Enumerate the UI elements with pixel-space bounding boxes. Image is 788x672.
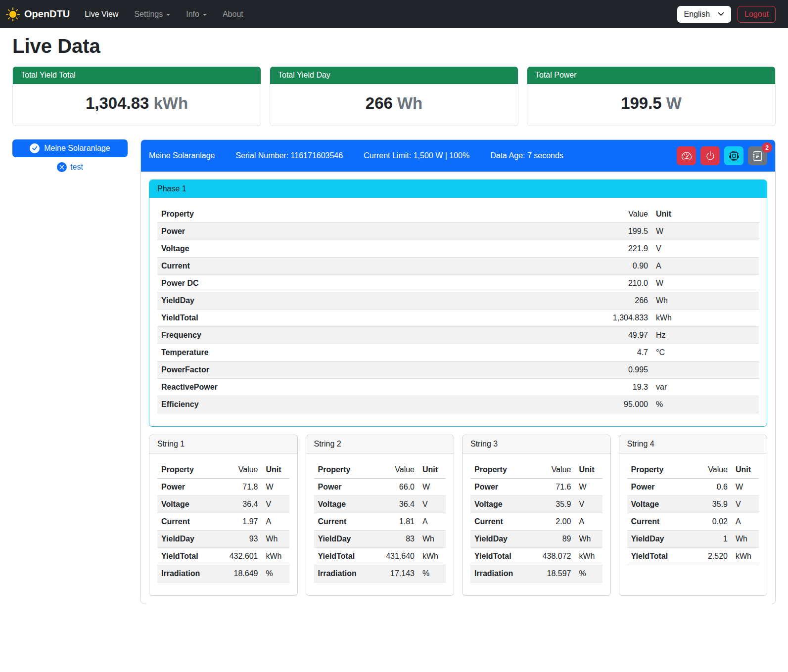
summary-card: Total Yield Total 1,304.83kWh	[12, 66, 261, 126]
property-unit: V	[418, 496, 446, 513]
nav-item[interactable]: Live View	[77, 6, 126, 23]
table-row: Voltage 36.4 V	[157, 496, 289, 513]
property-value: 93	[220, 531, 262, 548]
col-header-unit: Unit	[652, 206, 759, 223]
property-value: 1	[689, 531, 732, 548]
summary-unit: W	[666, 94, 682, 112]
event-log-button[interactable]: 2	[748, 146, 767, 165]
power-button[interactable]	[700, 146, 720, 165]
device-info-button[interactable]	[724, 146, 743, 165]
chevron-down-icon	[203, 14, 207, 16]
journal-text-icon	[753, 151, 762, 161]
col-header-value: Value	[376, 461, 418, 479]
limit-settings-button[interactable]	[677, 146, 696, 165]
property-name: Power	[627, 479, 690, 496]
col-header-unit: Unit	[575, 461, 603, 479]
property-unit: Wh	[652, 292, 759, 310]
property-value: 266	[583, 292, 652, 310]
table-row: ReactivePower 19.3 var	[157, 379, 759, 396]
col-header-value: Value	[689, 461, 732, 479]
property-name: Temperature	[157, 344, 583, 361]
cpu-icon	[729, 151, 739, 161]
property-unit: A	[262, 513, 289, 531]
brand-label: OpenDTU	[24, 8, 70, 20]
inverter-select-button[interactable]: Meine Solaranlage	[12, 139, 128, 157]
property-value: 221.9	[583, 240, 652, 258]
property-value: 95.000	[583, 396, 652, 413]
property-name: YieldTotal	[157, 548, 220, 565]
col-header-property: Property	[157, 206, 583, 223]
property-name: YieldDay	[627, 531, 690, 548]
property-unit: W	[575, 479, 603, 496]
summary-card-body: 266Wh	[270, 84, 518, 126]
property-unit: V	[575, 496, 603, 513]
property-name: ReactivePower	[157, 379, 583, 396]
phase-table: Property Value Unit Power 1	[157, 206, 759, 413]
property-value: 432.601	[220, 548, 262, 565]
property-name: YieldTotal	[470, 548, 533, 565]
string-card: String 2 Property Value Unit	[306, 435, 455, 596]
property-name: Voltage	[470, 496, 533, 513]
nav-item[interactable]: About	[215, 6, 251, 23]
inverter-option-label: test	[70, 163, 83, 172]
col-header-property: Property	[627, 461, 690, 479]
property-name: Power	[314, 479, 376, 496]
table-row: Voltage 221.9 V	[157, 240, 759, 258]
inverter-option-test[interactable]: test	[57, 162, 83, 172]
summary-card-title: Total Power	[527, 67, 775, 84]
table-row: Irradiation 18.597 %	[470, 565, 603, 582]
property-unit: A	[732, 513, 759, 531]
brand-link[interactable]: OpenDTU	[6, 7, 70, 21]
col-header-value: Value	[533, 461, 575, 479]
string-card-body: Property Value Unit	[619, 453, 767, 578]
string-card: String 1 Property Value Unit	[149, 435, 298, 596]
property-value: 0.02	[689, 513, 732, 531]
summary-card-title: Total Yield Day	[270, 67, 518, 84]
property-name: Current	[157, 258, 583, 275]
property-name: Voltage	[627, 496, 690, 513]
property-name: Power DC	[157, 275, 583, 292]
property-value: 36.4	[376, 496, 418, 513]
property-name: Power	[157, 223, 583, 240]
phase-card-title: Phase 1	[149, 180, 767, 198]
inverter-serial: Serial Number: 116171603546	[235, 151, 343, 160]
property-value: 0.90	[583, 258, 652, 275]
language-value: English	[684, 10, 710, 19]
nav-item[interactable]: Info	[178, 6, 215, 23]
table-row: YieldDay 83 Wh	[314, 531, 446, 548]
nav-item[interactable]: Settings	[126, 6, 178, 23]
property-value: 71.6	[533, 479, 575, 496]
phase-card-body: Property Value Unit Power 1	[149, 198, 767, 426]
property-unit: kWh	[418, 548, 446, 565]
property-name: Voltage	[314, 496, 376, 513]
string-card: String 3 Property Value Unit	[462, 435, 611, 596]
phase-card: Phase 1 Property Value Unit	[149, 179, 767, 427]
property-name: PowerFactor	[157, 361, 583, 379]
property-unit: Wh	[575, 531, 603, 548]
table-row: Current 0.90 A	[157, 258, 759, 275]
table-header-row: Property Value Unit	[314, 461, 446, 479]
language-select[interactable]: English	[677, 6, 731, 23]
table-row: YieldTotal 438.072 kWh	[470, 548, 603, 565]
property-name: Current	[627, 513, 690, 531]
table-row: PowerFactor 0.995	[157, 361, 759, 379]
col-header-value: Value	[583, 206, 652, 223]
string-card-body: Property Value Unit	[149, 453, 297, 595]
property-unit: V	[652, 240, 759, 258]
logout-button[interactable]: Logout	[738, 6, 776, 23]
table-row: Voltage 36.4 V	[314, 496, 446, 513]
property-unit: kWh	[732, 548, 759, 565]
table-row: Current 2.00 A	[470, 513, 603, 531]
property-name: Irradiation	[314, 565, 376, 582]
property-value: 4.7	[583, 344, 652, 361]
col-header-property: Property	[157, 461, 220, 479]
table-header-row: Property Value Unit	[627, 461, 759, 479]
sun-icon	[6, 7, 20, 21]
nav-item-label: Settings	[134, 10, 163, 18]
property-unit: W	[732, 479, 759, 496]
table-row: Frequency 49.97 Hz	[157, 327, 759, 344]
col-header-unit: Unit	[732, 461, 759, 479]
inverter-data-age: Data Age: 7 seconds	[490, 151, 563, 160]
strings-row: String 1 Property Value Unit	[149, 435, 767, 596]
inverter-select-label: Meine Solaranlage	[44, 144, 110, 153]
